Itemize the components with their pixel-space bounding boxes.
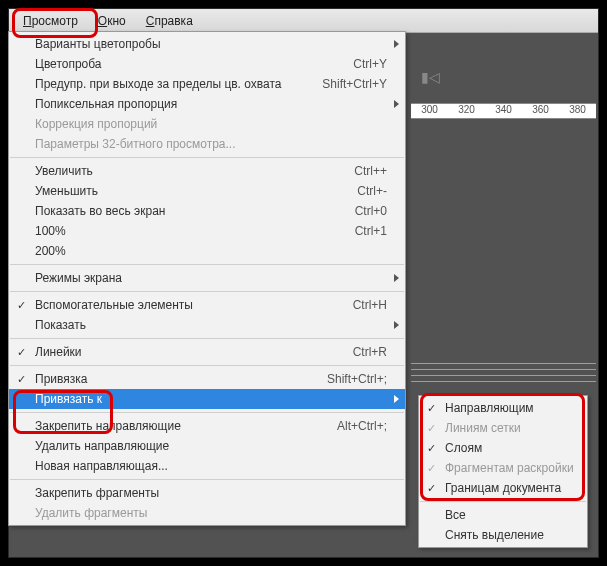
menu-separator xyxy=(10,157,404,158)
menu-item-label: Закрепить направляющие xyxy=(35,419,337,433)
menu-separator xyxy=(10,412,404,413)
menubar-view[interactable]: Просмотр xyxy=(13,11,88,31)
submenu-item-label: Линиям сетки xyxy=(445,421,577,435)
chevron-right-icon xyxy=(394,274,399,282)
menu-item[interactable]: УменьшитьCtrl+- xyxy=(9,181,405,201)
menu-item-label: Режимы экрана xyxy=(35,271,387,285)
menu-shortcut: Ctrl+Y xyxy=(353,57,387,71)
menu-separator xyxy=(10,264,404,265)
check-icon: ✓ xyxy=(17,373,26,386)
menu-separator xyxy=(420,501,586,502)
menu-item-label: Показать во весь экран xyxy=(35,204,355,218)
menu-item[interactable]: Закрепить фрагменты xyxy=(9,483,405,503)
menu-item-label: Новая направляющая... xyxy=(35,459,387,473)
check-icon: ✓ xyxy=(427,422,436,435)
submenu-item[interactable]: ✓Направляющим xyxy=(419,398,587,418)
snap-to-submenu: ✓Направляющим✓Линиям сетки✓Слоям✓Фрагмен… xyxy=(418,395,588,548)
menu-item[interactable]: 100%Ctrl+1 xyxy=(9,221,405,241)
menu-item[interactable]: Новая направляющая... xyxy=(9,456,405,476)
submenu-item[interactable]: Все xyxy=(419,505,587,525)
menu-item-label: Попиксельная пропорция xyxy=(35,97,387,111)
menu-item-label: Коррекция пропорций xyxy=(35,117,387,131)
menu-item-label: Варианты цветопробы xyxy=(35,37,387,51)
camera-icon[interactable]: ▮◁ xyxy=(421,69,440,85)
check-icon: ✓ xyxy=(427,402,436,415)
menu-separator xyxy=(10,291,404,292)
menu-item[interactable]: ✓ПривязкаShift+Ctrl+; xyxy=(9,369,405,389)
ruler-tick: 380 xyxy=(559,104,596,118)
menu-item-label: 200% xyxy=(35,244,387,258)
menu-item-label: Увеличить xyxy=(35,164,354,178)
ruler-tick: 340 xyxy=(485,104,522,118)
menubar-help[interactable]: Справка xyxy=(136,11,203,31)
menu-item-label: Удалить направляющие xyxy=(35,439,387,453)
menu-item: Коррекция пропорций xyxy=(9,114,405,134)
menu-item-label: Удалить фрагменты xyxy=(35,506,387,520)
menu-item-label: Предупр. при выходе за пределы цв. охват… xyxy=(35,77,322,91)
submenu-item-label: Слоям xyxy=(445,441,577,455)
chevron-right-icon xyxy=(394,40,399,48)
menu-item[interactable]: ✓ЛинейкиCtrl+R xyxy=(9,342,405,362)
menu-item-label: Цветопроба xyxy=(35,57,353,71)
menu-shortcut: Ctrl+0 xyxy=(355,204,387,218)
menu-item[interactable]: Закрепить направляющиеAlt+Ctrl+; xyxy=(9,416,405,436)
menu-shortcut: Alt+Ctrl+; xyxy=(337,419,387,433)
menu-separator xyxy=(10,338,404,339)
submenu-item-label: Направляющим xyxy=(445,401,577,415)
submenu-item[interactable]: ✓Границам документа xyxy=(419,478,587,498)
ruler-tick: 320 xyxy=(448,104,485,118)
check-icon: ✓ xyxy=(17,346,26,359)
submenu-item: ✓Фрагментам раскройки xyxy=(419,458,587,478)
menu-separator xyxy=(10,365,404,366)
menu-item: Удалить фрагменты xyxy=(9,503,405,523)
submenu-item-label: Все xyxy=(445,508,577,522)
menu-item-label: Параметры 32-битного просмотра... xyxy=(35,137,387,151)
menu-item[interactable]: ✓Вспомогательные элементыCtrl+H xyxy=(9,295,405,315)
submenu-item[interactable]: ✓Слоям xyxy=(419,438,587,458)
menu-item-label: Привязать к xyxy=(35,392,387,406)
ruler-tick: 360 xyxy=(522,104,559,118)
menu-item-label: 100% xyxy=(35,224,355,238)
chevron-right-icon xyxy=(394,395,399,403)
ruler: 300320340360380 xyxy=(411,103,596,119)
check-icon: ✓ xyxy=(427,462,436,475)
menu-item-label: Привязка xyxy=(35,372,327,386)
menu-item-label: Линейки xyxy=(35,345,353,359)
submenu-item: ✓Линиям сетки xyxy=(419,418,587,438)
menu-item: Параметры 32-битного просмотра... xyxy=(9,134,405,154)
menu-item[interactable]: Предупр. при выходе за пределы цв. охват… xyxy=(9,74,405,94)
menu-shortcut: Ctrl++ xyxy=(354,164,387,178)
menubar-window[interactable]: Окно xyxy=(88,11,136,31)
menu-item[interactable]: Показать xyxy=(9,315,405,335)
menu-shortcut: Ctrl+H xyxy=(353,298,387,312)
submenu-item[interactable]: Снять выделение xyxy=(419,525,587,545)
menu-item-label: Уменьшить xyxy=(35,184,357,198)
menu-item[interactable]: Удалить направляющие xyxy=(9,436,405,456)
menu-item[interactable]: Варианты цветопробы xyxy=(9,34,405,54)
menu-item-label: Показать xyxy=(35,318,387,332)
check-icon: ✓ xyxy=(17,299,26,312)
menubar: Просмотр Окно Справка xyxy=(9,9,598,33)
check-icon: ✓ xyxy=(427,442,436,455)
menu-shortcut: Shift+Ctrl+Y xyxy=(322,77,387,91)
ruler-tick: 300 xyxy=(411,104,448,118)
submenu-item-label: Границам документа xyxy=(445,481,577,495)
menu-item-label: Закрепить фрагменты xyxy=(35,486,387,500)
menu-item-label: Вспомогательные элементы xyxy=(35,298,353,312)
menu-shortcut: Shift+Ctrl+; xyxy=(327,372,387,386)
guides xyxy=(411,363,596,395)
view-menu: Варианты цветопробыЦветопробаCtrl+YПреду… xyxy=(8,31,406,526)
menu-separator xyxy=(10,479,404,480)
menu-shortcut: Ctrl+1 xyxy=(355,224,387,238)
menu-item[interactable]: Режимы экрана xyxy=(9,268,405,288)
menu-item[interactable]: УвеличитьCtrl++ xyxy=(9,161,405,181)
menu-shortcut: Ctrl+- xyxy=(357,184,387,198)
chevron-right-icon xyxy=(394,321,399,329)
menu-item[interactable]: Показать во весь экранCtrl+0 xyxy=(9,201,405,221)
menu-item[interactable]: Привязать к xyxy=(9,389,405,409)
menu-item[interactable]: ЦветопробаCtrl+Y xyxy=(9,54,405,74)
menu-item[interactable]: 200% xyxy=(9,241,405,261)
menu-item[interactable]: Попиксельная пропорция xyxy=(9,94,405,114)
check-icon: ✓ xyxy=(427,482,436,495)
submenu-item-label: Снять выделение xyxy=(445,528,577,542)
